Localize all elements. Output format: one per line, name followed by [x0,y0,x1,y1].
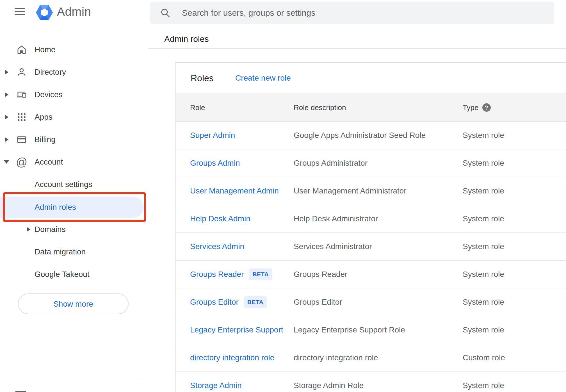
role-type: System role [463,186,504,195]
chevron-right-icon[interactable] [27,227,30,232]
table-row: Super Admin Google Apps Administrator Se… [176,122,566,149]
sidebar-item-label: Apps [35,106,53,128]
sidebar-item-label: Google Takeout [35,263,90,286]
sidebar-item-label: Directory [35,61,66,83]
sidebar-item-label: Admin roles [35,197,76,218]
sidebar-item-directory[interactable]: Directory [0,61,149,83]
role-description: Services Administrator [294,242,372,251]
sidebar-item-devices[interactable]: Devices [0,83,149,106]
table-row: directory integration role directory int… [176,344,566,372]
sidebar-item-label: Domains [35,218,65,241]
chevron-right-icon[interactable] [5,115,8,119]
role-link[interactable]: directory integration role [190,353,274,362]
topbar-divider [149,48,566,49]
sidebar-item-label: Data migration [35,241,86,263]
sidebar-item-account-settings[interactable]: Account settings [0,173,149,196]
search-input[interactable] [181,8,554,18]
role-type: System role [463,270,504,279]
table-row: Services Admin Services Administrator Sy… [176,233,566,261]
sidebar-bottom-divider [0,378,143,378]
role-description: Legacy Enterprise Support Role [294,325,405,334]
role-link[interactable]: Groups Reader [190,270,244,279]
role-type: System role [463,159,504,168]
person-icon [16,66,28,78]
sidebar-item-admin-roles-selected[interactable]: Admin roles [0,197,144,218]
role-type: System role [463,242,504,251]
roles-card-header: Roles Create new role [176,63,566,94]
column-header-type: Type [463,94,478,121]
at-sign-icon: @ [16,156,28,168]
roles-table-body: Super Admin Google Apps Administrator Se… [176,122,566,392]
table-row: Storage Admin Storage Admin Role System … [176,372,566,392]
page-title: Roles [191,63,214,94]
chevron-right-icon[interactable] [5,137,8,142]
column-header-role: Role [190,94,205,121]
table-row: Groups Editor BETA Groups Editor System … [176,288,566,316]
sidebar-item-google-takeout[interactable]: Google Takeout [0,263,149,286]
search-bar[interactable] [150,2,554,24]
role-type: System role [463,381,504,390]
role-description: Help Desk Administrator [294,214,378,223]
role-description: Groups Editor [294,298,342,307]
admin-console-page: { "app": {"title": "Admin"}, "search": {… [0,0,566,392]
roles-card: Roles Create new role Role Role descript… [175,62,566,392]
table-row: Groups Reader BETA Groups Reader System … [176,261,566,288]
sidebar-item-apps[interactable]: Apps [0,106,149,128]
sidebar-item-label: Account [35,151,63,173]
role-description: Groups Reader [294,270,347,279]
sidebar-item-data-migration[interactable]: Data migration [0,241,149,263]
feedback-icon [15,391,26,392]
sidebar-item-domains[interactable]: Domains [0,218,149,241]
role-link[interactable]: Super Admin [190,131,235,140]
table-header-row: Role Role description Type ? [176,94,566,122]
sidebar-item-label: Devices [35,83,63,106]
role-link[interactable]: Storage Admin [190,381,242,390]
role-description: Google Apps Administrator Seed Role [294,131,426,140]
breadcrumb: Admin roles [164,34,209,44]
role-type: System role [463,214,504,223]
role-link[interactable]: Services Admin [190,242,244,251]
column-header-description: Role description [294,94,346,121]
chevron-down-icon[interactable] [4,160,9,164]
role-link[interactable]: Legacy Enterprise Support [190,325,283,334]
sidebar-item-label: Home [35,38,56,61]
sidebar-item-label: Billing [35,128,56,151]
beta-badge: BETA [249,268,272,280]
sidebar-item-label: Account settings [35,173,92,196]
search-icon [160,8,171,18]
credit-card-icon [16,134,28,145]
role-type: Custom role [463,353,505,362]
beta-badge: BETA [244,296,267,308]
role-type: System role [463,298,504,307]
apps-grid-icon [16,111,28,123]
table-row: Legacy Enterprise Support Legacy Enterpr… [176,316,566,344]
role-description: Storage Admin Role [294,381,364,390]
chevron-right-icon[interactable] [5,92,8,97]
devices-icon [16,89,28,101]
sidebar-nav: Home Directory Devices [0,0,149,392]
sidebar-item-home[interactable]: Home [0,38,149,61]
role-type: System role [463,325,504,334]
table-row: Groups Admin Groups Administrator System… [176,149,566,177]
role-description: User Management Administrator [294,186,407,195]
role-description: directory integration role [294,353,378,362]
role-type: System role [463,131,504,140]
role-link[interactable]: Help Desk Admin [190,214,250,223]
table-row: User Management Admin User Management Ad… [176,177,566,205]
role-link[interactable]: Groups Editor [190,298,239,307]
help-icon[interactable]: ? [482,103,491,112]
sidebar-item-billing[interactable]: Billing [0,128,149,151]
chevron-right-icon[interactable] [5,70,8,74]
home-icon [16,44,28,56]
role-link[interactable]: User Management Admin [190,186,279,195]
show-more-button[interactable]: Show more [18,293,129,314]
role-link[interactable]: Groups Admin [190,159,240,168]
sidebar-item-account[interactable]: @ Account [0,151,149,173]
table-row: Help Desk Admin Help Desk Administrator … [176,205,566,233]
role-description: Groups Administrator [294,159,368,168]
create-new-role-link[interactable]: Create new role [235,63,291,94]
